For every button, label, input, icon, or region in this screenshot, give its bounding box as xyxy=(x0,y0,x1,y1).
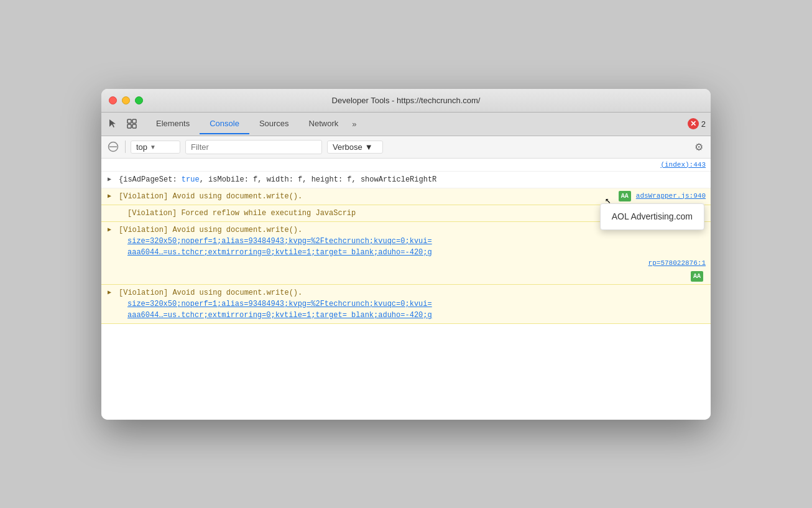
titlebar: Developer Tools - https://techcrunch.com… xyxy=(101,89,711,113)
row-source-2[interactable]: adsWrapper.js:940 xyxy=(636,191,706,201)
close-button[interactable] xyxy=(109,96,117,104)
clear-console-button[interactable] xyxy=(106,140,120,154)
row-text-1: {isAdPageSet: true, isMobile: f, width: … xyxy=(119,174,706,185)
tab-network[interactable]: Network xyxy=(299,114,349,134)
index-source-link[interactable]: (index):443 xyxy=(660,161,706,169)
tooltip-text: AOL Advertising.com xyxy=(612,211,693,221)
console-content: (index):443 ▶ {isAdPageSet: true, isMobi… xyxy=(101,159,711,420)
verbose-chevron: ▼ xyxy=(365,142,373,152)
verbose-label: Verbose xyxy=(333,142,362,152)
tab-sources[interactable]: Sources xyxy=(249,114,299,134)
aa-badge-1: AA xyxy=(619,191,631,201)
context-chevron: ▼ xyxy=(150,144,156,150)
cursor-pointer: ↖ xyxy=(605,193,611,208)
error-count: 2 xyxy=(701,119,706,129)
svg-rect-0 xyxy=(127,119,131,123)
console-row-1: ▶ {isAdPageSet: true, isMobile: f, width… xyxy=(101,172,711,188)
console-source-line: (index):443 xyxy=(101,159,711,172)
row-subline-5b[interactable]: aaa6044…=us.tchcr;extmirroring=0;kvtile=… xyxy=(101,310,711,323)
row-subline-4b[interactable]: aaa6044…=us.tchcr;extmirroring=0;kvtile=… xyxy=(101,247,711,258)
row-arrow-1[interactable]: ▶ xyxy=(108,175,111,184)
more-tabs-button[interactable]: » xyxy=(348,114,360,134)
svg-rect-2 xyxy=(127,124,131,128)
aa-badge-4: AA xyxy=(691,271,703,282)
context-selector[interactable]: top ▼ xyxy=(131,141,180,154)
tabs-bar: Elements Console Sources Network » ✕ 2 xyxy=(101,113,711,136)
window-title: Developer Tools - https://techcrunch.com… xyxy=(332,96,481,105)
svg-rect-3 xyxy=(132,124,136,128)
console-row-5: ▶ [Violation] Avoid using document.write… xyxy=(101,285,711,324)
traffic-lights xyxy=(109,96,143,104)
svg-rect-1 xyxy=(132,119,136,123)
settings-button[interactable]: ⚙ xyxy=(692,140,706,154)
toolbar-divider xyxy=(125,141,126,153)
verbose-selector[interactable]: Verbose ▼ xyxy=(327,141,383,154)
row-arrow-4[interactable]: ▶ xyxy=(108,225,111,234)
row-arrow-2[interactable]: ▶ xyxy=(108,192,111,201)
row-arrow-5[interactable]: ▶ xyxy=(108,288,111,297)
console-row-4: ▶ [Violation] Avoid using document.write… xyxy=(101,222,711,285)
cursor-icon[interactable] xyxy=(106,117,120,131)
row-source-4[interactable]: rp=578022876:1 xyxy=(101,258,711,271)
row-subline-5a[interactable]: size=320x50;noperf=1;alias=93484943;kvpg… xyxy=(101,298,711,310)
tab-elements[interactable]: Elements xyxy=(146,114,200,134)
inspect-icon[interactable] xyxy=(125,117,139,131)
console-row-2: ▶ [Violation] Avoid using document.write… xyxy=(101,188,711,205)
error-badge-area: ✕ 2 xyxy=(688,118,706,129)
maximize-button[interactable] xyxy=(135,96,143,104)
tab-console[interactable]: Console xyxy=(200,114,249,134)
row-text-2: [Violation] Avoid using document.write()… xyxy=(119,191,616,202)
console-toolbar: top ▼ Verbose ▼ ⚙ xyxy=(101,136,711,159)
row-subline-4a[interactable]: size=320x50;noperf=1;alias=93484943;kvpg… xyxy=(101,236,711,247)
filter-input[interactable] xyxy=(185,140,322,154)
tooltip-aol: AOL Advertising.com xyxy=(600,203,704,230)
aa-badge-area-4: AA xyxy=(101,270,711,284)
error-icon: ✕ xyxy=(688,118,699,129)
devtools-window: Developer Tools - https://techcrunch.com… xyxy=(101,89,711,420)
minimize-button[interactable] xyxy=(122,96,130,104)
context-label: top xyxy=(136,142,147,152)
toolbar-icons xyxy=(106,117,139,131)
